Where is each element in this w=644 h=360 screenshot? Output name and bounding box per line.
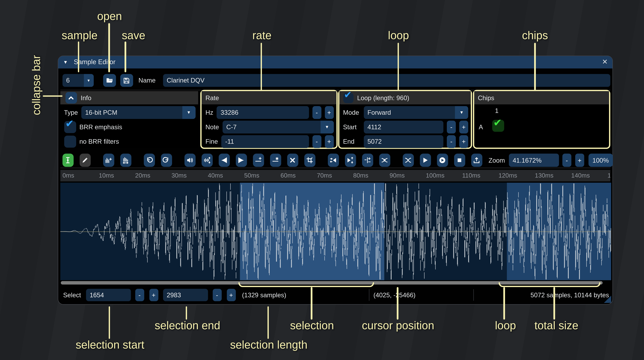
stop-button[interactable] xyxy=(454,153,465,166)
draw-button[interactable] xyxy=(79,153,90,166)
resize-button[interactable] xyxy=(103,153,114,166)
invert-icon xyxy=(347,156,354,164)
selection-end-input[interactable]: 2983 xyxy=(163,289,208,301)
note-select[interactable]: C-7 ▼ xyxy=(222,120,334,133)
loop-end-label: End xyxy=(343,138,360,145)
hz-label: Hz xyxy=(206,109,213,116)
close-icon[interactable]: ✕ xyxy=(602,58,608,66)
ruler-tick: 150ms xyxy=(608,172,610,178)
amplify-button[interactable] xyxy=(184,153,196,166)
annotation-line xyxy=(108,306,110,339)
type-label: Type xyxy=(64,109,78,116)
preview-button[interactable] xyxy=(420,153,431,166)
ruler-tick: 120ms xyxy=(498,172,517,178)
reverse-button[interactable] xyxy=(328,153,339,166)
sample-type-select[interactable]: 16-bit PCM ▼ xyxy=(81,106,195,119)
annotation-line xyxy=(534,43,536,90)
invert-button[interactable] xyxy=(345,153,356,166)
selection-start-input[interactable]: 1654 xyxy=(86,289,131,301)
redo-button[interactable] xyxy=(161,153,172,166)
fade-out-icon xyxy=(238,156,245,164)
annotation-line xyxy=(78,42,79,72)
export-button[interactable] xyxy=(471,153,482,166)
fade-out-button[interactable] xyxy=(236,153,247,166)
apply-silence-button[interactable] xyxy=(270,153,281,166)
annotation-cursor-position-label: cursor position xyxy=(362,319,434,332)
loop-mode-select[interactable]: Forward ▼ xyxy=(364,106,468,119)
zoom-out-button[interactable]: - xyxy=(562,153,571,166)
zoom-reset-button[interactable]: 100% xyxy=(588,153,613,166)
fine-plus-button[interactable]: + xyxy=(324,135,334,148)
chevron-down-icon[interactable]: ▼ xyxy=(455,106,468,119)
normalize-button[interactable] xyxy=(201,153,212,166)
edit-select-button[interactable] xyxy=(62,153,73,166)
sample-name-input[interactable]: Clarinet DQV xyxy=(163,74,610,87)
save-sample-button[interactable] xyxy=(120,74,133,87)
draw-icon xyxy=(81,156,88,164)
loop-start-input[interactable]: 4112 xyxy=(364,120,444,133)
loop-start-plus-button[interactable]: + xyxy=(459,120,468,133)
chevron-down-icon[interactable]: ▼ xyxy=(182,106,196,119)
waveform-canvas[interactable] xyxy=(60,183,611,280)
hz-plus-button[interactable]: + xyxy=(324,106,334,119)
zoom-input[interactable]: 41.1672% xyxy=(509,153,559,166)
selection-end-minus-button[interactable]: - xyxy=(212,289,222,301)
sign-button[interactable] xyxy=(362,153,373,166)
fade-in-button[interactable] xyxy=(218,153,230,166)
chevron-down-icon[interactable]: ▼ xyxy=(320,120,334,133)
collapse-bar-button[interactable] xyxy=(65,92,77,104)
sample-index-value: 6 xyxy=(62,74,84,87)
crossfade-button[interactable] xyxy=(402,153,414,166)
preview-selection-icon xyxy=(439,156,446,164)
preview-selection-button[interactable] xyxy=(437,153,448,166)
loop-mode-label: Mode xyxy=(343,109,360,116)
note-value: C-7 xyxy=(222,120,320,133)
insert-silence-button[interactable] xyxy=(253,153,264,166)
resize-icon xyxy=(105,156,112,164)
note-label: Note xyxy=(206,123,219,130)
save-floppy-icon xyxy=(123,77,130,84)
loop-end-plus-button[interactable]: + xyxy=(459,135,468,148)
selection-start-plus-button[interactable]: + xyxy=(149,289,158,301)
window-collapse-icon[interactable]: ▼ xyxy=(63,60,68,65)
title-bar[interactable]: ▼ Sample Editor ✕ xyxy=(58,56,612,68)
annotation-selection-length-label: selection length xyxy=(230,338,308,352)
edit-select-icon xyxy=(64,156,71,164)
filter-icon xyxy=(381,156,388,164)
annotation-selection-start-label: selection start xyxy=(76,338,144,352)
timeline-ruler[interactable]: 0ms10ms20ms30ms40ms50ms60ms70ms80ms90ms1… xyxy=(60,170,610,182)
annotation-line xyxy=(43,95,62,97)
resize-grip[interactable] xyxy=(604,296,611,303)
selection-start-minus-button[interactable]: - xyxy=(135,289,144,301)
annotation-line xyxy=(125,42,126,72)
fine-input[interactable]: -11 xyxy=(222,135,309,148)
loop-start-minus-button[interactable]: - xyxy=(447,120,456,133)
filter-button[interactable] xyxy=(379,153,390,166)
loop-mode-value: Forward xyxy=(364,106,455,119)
loop-end-input[interactable]: 5072 xyxy=(364,135,444,148)
loop-panel-header: ✔ Loop (length: 960) xyxy=(339,91,471,104)
zoom-in-button[interactable]: + xyxy=(575,153,584,166)
delete-button[interactable] xyxy=(287,153,298,166)
no-brr-filters-checkbox[interactable] xyxy=(64,136,76,148)
chevron-down-icon[interactable]: ▼ xyxy=(84,74,94,87)
trim-button[interactable] xyxy=(304,153,315,166)
hz-minus-button[interactable]: - xyxy=(312,106,321,119)
reverse-icon xyxy=(330,156,337,164)
hz-input[interactable]: 33286 xyxy=(217,106,309,119)
brr-emphasis-checkbox[interactable]: ✔ xyxy=(64,121,76,133)
chip-column-header: 1 xyxy=(495,107,498,114)
resample-button[interactable] xyxy=(120,153,131,166)
loop-enable-checkbox[interactable]: ✔ xyxy=(343,92,353,103)
divider xyxy=(473,289,474,301)
selection-end-plus-button[interactable]: + xyxy=(226,289,236,301)
annotation-chips-label: chips xyxy=(522,29,548,42)
loop-end-minus-button[interactable]: - xyxy=(447,135,456,148)
open-sample-button[interactable] xyxy=(103,74,116,87)
fine-label: Fine xyxy=(206,138,218,145)
fine-minus-button[interactable]: - xyxy=(312,135,321,148)
chip-enable-checkbox[interactable]: ✔ xyxy=(492,120,504,132)
sample-index-select[interactable]: 6 ▼ xyxy=(62,74,94,87)
undo-button[interactable] xyxy=(144,153,155,166)
preview-icon xyxy=(422,156,429,164)
